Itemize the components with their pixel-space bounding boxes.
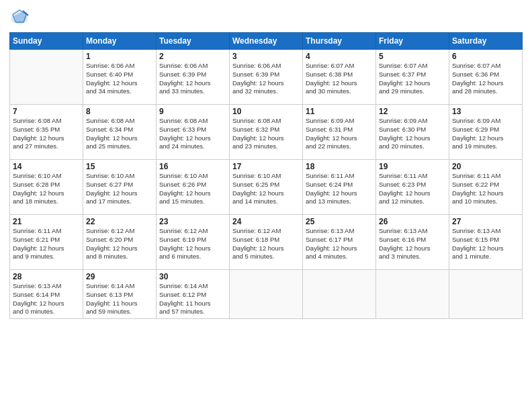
day-number: 23 <box>159 217 226 226</box>
day-info: Sunrise: 6:13 AM Sunset: 6:14 PM Dayligh… <box>13 282 80 316</box>
day-cell: 18Sunrise: 6:11 AM Sunset: 6:24 PM Dayli… <box>303 160 376 215</box>
day-number: 1 <box>86 52 153 61</box>
day-number: 21 <box>13 217 80 226</box>
day-header-tuesday: Tuesday <box>157 33 230 50</box>
day-number: 8 <box>86 107 153 116</box>
day-number: 6 <box>452 52 519 61</box>
day-number: 19 <box>379 162 446 171</box>
day-number: 24 <box>232 217 300 226</box>
day-header-wednesday: Wednesday <box>230 33 303 50</box>
day-cell: 7Sunrise: 6:08 AM Sunset: 6:35 PM Daylig… <box>10 105 83 160</box>
day-number: 10 <box>232 107 300 116</box>
logo <box>9 7 32 27</box>
day-cell: 24Sunrise: 6:12 AM Sunset: 6:18 PM Dayli… <box>230 215 303 270</box>
day-cell: 22Sunrise: 6:12 AM Sunset: 6:20 PM Dayli… <box>83 215 157 270</box>
day-info: Sunrise: 6:13 AM Sunset: 6:16 PM Dayligh… <box>379 227 446 261</box>
day-cell <box>303 270 376 319</box>
day-cell: 4Sunrise: 6:07 AM Sunset: 6:38 PM Daylig… <box>303 50 376 105</box>
day-header-monday: Monday <box>83 33 157 50</box>
day-number: 11 <box>306 107 373 116</box>
day-info: Sunrise: 6:10 AM Sunset: 6:25 PM Dayligh… <box>232 172 300 206</box>
day-info: Sunrise: 6:11 AM Sunset: 6:23 PM Dayligh… <box>379 172 446 206</box>
day-cell: 25Sunrise: 6:13 AM Sunset: 6:17 PM Dayli… <box>303 215 376 270</box>
day-number: 20 <box>452 162 519 171</box>
day-cell: 27Sunrise: 6:13 AM Sunset: 6:15 PM Dayli… <box>449 215 523 270</box>
day-info: Sunrise: 6:06 AM Sunset: 6:40 PM Dayligh… <box>86 62 153 96</box>
day-header-saturday: Saturday <box>449 33 523 50</box>
day-info: Sunrise: 6:06 AM Sunset: 6:39 PM Dayligh… <box>159 62 226 96</box>
day-info: Sunrise: 6:13 AM Sunset: 6:15 PM Dayligh… <box>452 227 519 261</box>
day-header-sunday: Sunday <box>10 33 83 50</box>
day-cell: 10Sunrise: 6:08 AM Sunset: 6:32 PM Dayli… <box>230 105 303 160</box>
week-row-4: 21Sunrise: 6:11 AM Sunset: 6:21 PM Dayli… <box>10 215 523 270</box>
day-info: Sunrise: 6:12 AM Sunset: 6:20 PM Dayligh… <box>86 227 153 261</box>
day-info: Sunrise: 6:10 AM Sunset: 6:28 PM Dayligh… <box>13 172 80 206</box>
day-info: Sunrise: 6:08 AM Sunset: 6:35 PM Dayligh… <box>13 117 80 151</box>
day-cell: 9Sunrise: 6:08 AM Sunset: 6:33 PM Daylig… <box>157 105 230 160</box>
day-info: Sunrise: 6:10 AM Sunset: 6:26 PM Dayligh… <box>159 172 226 206</box>
day-info: Sunrise: 6:07 AM Sunset: 6:36 PM Dayligh… <box>452 62 519 96</box>
day-number: 16 <box>159 162 226 171</box>
day-cell: 14Sunrise: 6:10 AM Sunset: 6:28 PM Dayli… <box>10 160 83 215</box>
day-cell <box>230 270 303 319</box>
day-cell: 8Sunrise: 6:08 AM Sunset: 6:34 PM Daylig… <box>83 105 157 160</box>
day-cell: 11Sunrise: 6:09 AM Sunset: 6:31 PM Dayli… <box>303 105 376 160</box>
week-row-2: 7Sunrise: 6:08 AM Sunset: 6:35 PM Daylig… <box>10 105 523 160</box>
day-info: Sunrise: 6:11 AM Sunset: 6:21 PM Dayligh… <box>13 227 80 261</box>
day-cell: 6Sunrise: 6:07 AM Sunset: 6:36 PM Daylig… <box>449 50 523 105</box>
day-number: 28 <box>13 272 80 281</box>
day-cell: 1Sunrise: 6:06 AM Sunset: 6:40 PM Daylig… <box>83 50 157 105</box>
day-cell <box>376 270 449 319</box>
day-info: Sunrise: 6:09 AM Sunset: 6:29 PM Dayligh… <box>452 117 519 151</box>
day-info: Sunrise: 6:11 AM Sunset: 6:24 PM Dayligh… <box>306 172 373 206</box>
day-number: 4 <box>306 52 373 61</box>
day-cell: 29Sunrise: 6:14 AM Sunset: 6:13 PM Dayli… <box>83 270 157 319</box>
day-cell: 17Sunrise: 6:10 AM Sunset: 6:25 PM Dayli… <box>230 160 303 215</box>
calendar-table: SundayMondayTuesdayWednesdayThursdayFrid… <box>9 32 523 319</box>
day-cell: 28Sunrise: 6:13 AM Sunset: 6:14 PM Dayli… <box>10 270 83 319</box>
day-cell: 15Sunrise: 6:10 AM Sunset: 6:27 PM Dayli… <box>83 160 157 215</box>
day-number: 7 <box>13 107 80 116</box>
day-cell: 19Sunrise: 6:11 AM Sunset: 6:23 PM Dayli… <box>376 160 449 215</box>
day-number: 17 <box>232 162 300 171</box>
header <box>9 7 523 27</box>
header-row: SundayMondayTuesdayWednesdayThursdayFrid… <box>10 33 523 50</box>
day-number: 15 <box>86 162 153 171</box>
day-number: 18 <box>306 162 373 171</box>
day-number: 13 <box>452 107 519 116</box>
day-number: 12 <box>379 107 446 116</box>
day-number: 27 <box>452 217 519 226</box>
day-info: Sunrise: 6:08 AM Sunset: 6:33 PM Dayligh… <box>159 117 226 151</box>
day-cell: 23Sunrise: 6:12 AM Sunset: 6:19 PM Dayli… <box>157 215 230 270</box>
day-cell <box>10 50 83 105</box>
day-number: 3 <box>232 52 300 61</box>
day-cell: 3Sunrise: 6:06 AM Sunset: 6:39 PM Daylig… <box>230 50 303 105</box>
day-cell: 5Sunrise: 6:07 AM Sunset: 6:37 PM Daylig… <box>376 50 449 105</box>
day-cell: 2Sunrise: 6:06 AM Sunset: 6:39 PM Daylig… <box>157 50 230 105</box>
day-info: Sunrise: 6:06 AM Sunset: 6:39 PM Dayligh… <box>232 62 300 96</box>
day-number: 22 <box>86 217 153 226</box>
week-row-5: 28Sunrise: 6:13 AM Sunset: 6:14 PM Dayli… <box>10 270 523 319</box>
day-number: 29 <box>86 272 153 281</box>
day-cell: 20Sunrise: 6:11 AM Sunset: 6:22 PM Dayli… <box>449 160 523 215</box>
day-number: 2 <box>159 52 226 61</box>
day-cell: 26Sunrise: 6:13 AM Sunset: 6:16 PM Dayli… <box>376 215 449 270</box>
logo-icon <box>9 7 30 27</box>
day-header-friday: Friday <box>376 33 449 50</box>
day-info: Sunrise: 6:08 AM Sunset: 6:32 PM Dayligh… <box>232 117 300 151</box>
day-cell: 21Sunrise: 6:11 AM Sunset: 6:21 PM Dayli… <box>10 215 83 270</box>
day-number: 30 <box>159 272 226 281</box>
day-cell: 30Sunrise: 6:14 AM Sunset: 6:12 PM Dayli… <box>157 270 230 319</box>
day-info: Sunrise: 6:13 AM Sunset: 6:17 PM Dayligh… <box>306 227 373 261</box>
day-cell: 12Sunrise: 6:09 AM Sunset: 6:30 PM Dayli… <box>376 105 449 160</box>
day-cell: 13Sunrise: 6:09 AM Sunset: 6:29 PM Dayli… <box>449 105 523 160</box>
day-info: Sunrise: 6:07 AM Sunset: 6:37 PM Dayligh… <box>379 62 446 96</box>
day-info: Sunrise: 6:14 AM Sunset: 6:13 PM Dayligh… <box>86 282 153 316</box>
day-cell: 16Sunrise: 6:10 AM Sunset: 6:26 PM Dayli… <box>157 160 230 215</box>
week-row-1: 1Sunrise: 6:06 AM Sunset: 6:40 PM Daylig… <box>10 50 523 105</box>
day-number: 25 <box>306 217 373 226</box>
day-info: Sunrise: 6:09 AM Sunset: 6:31 PM Dayligh… <box>306 117 373 151</box>
day-info: Sunrise: 6:14 AM Sunset: 6:12 PM Dayligh… <box>159 282 226 316</box>
day-info: Sunrise: 6:10 AM Sunset: 6:27 PM Dayligh… <box>86 172 153 206</box>
day-number: 5 <box>379 52 446 61</box>
